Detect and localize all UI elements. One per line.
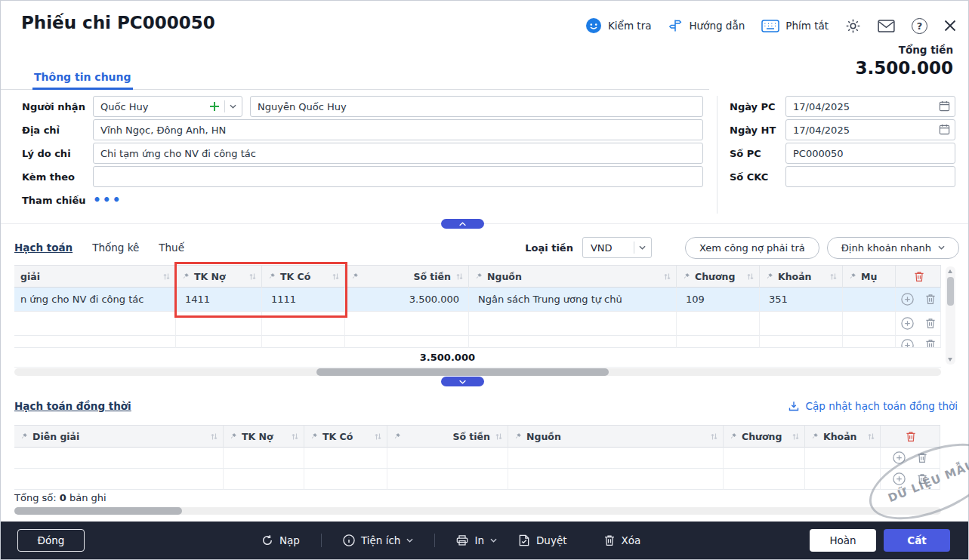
col-header-dien-giai[interactable]: Diễn giải <box>14 426 224 448</box>
pin-icon[interactable] <box>766 272 773 280</box>
cell-chuong[interactable] <box>677 312 760 336</box>
delete-row-icon[interactable] <box>925 294 936 305</box>
sort-icon[interactable] <box>710 432 718 441</box>
add-row-icon[interactable] <box>893 451 906 464</box>
cell-khoan[interactable] <box>805 448 881 469</box>
cell-tk-no[interactable] <box>176 312 262 336</box>
add-row-icon[interactable] <box>901 339 914 348</box>
tham-chieu-more-button[interactable]: ••• <box>93 196 122 204</box>
cell-nguon[interactable]: Ngân sách Trung ương tự chủ <box>469 288 677 312</box>
ly-do-chi-input[interactable] <box>93 143 703 164</box>
save-button[interactable]: Cất <box>884 529 950 552</box>
col-header-muc[interactable]: Mụ <box>843 266 896 288</box>
cell-chuong[interactable]: 109 <box>677 288 760 312</box>
delete-all-icon[interactable] <box>906 431 916 442</box>
col-header-delete[interactable] <box>896 266 941 288</box>
cell-muc[interactable] <box>843 312 896 336</box>
close-icon[interactable] <box>944 20 956 32</box>
add-row-icon[interactable] <box>901 293 914 306</box>
cell-khoan[interactable] <box>760 336 843 348</box>
col-header-chuong[interactable]: Chương <box>724 426 805 448</box>
nguoi-nhan-combobox[interactable]: Quốc Huy <box>93 96 242 117</box>
cell-tk-no[interactable]: 1411 <box>176 288 262 312</box>
sort-icon[interactable] <box>663 272 671 281</box>
pin-icon[interactable] <box>310 432 318 440</box>
add-row-icon[interactable] <box>901 317 914 330</box>
check-button[interactable]: Kiểm tra <box>585 17 651 34</box>
col-header-chuong[interactable]: Chương <box>677 266 760 288</box>
pin-icon[interactable] <box>393 432 401 440</box>
delete-button[interactable]: Xóa <box>603 534 641 546</box>
settings-gear-icon[interactable] <box>845 18 861 34</box>
pin-icon[interactable] <box>811 432 819 440</box>
sort-icon[interactable] <box>210 432 218 441</box>
currency-select[interactable]: VND <box>582 237 652 258</box>
col-header-dien-giai[interactable]: giải <box>14 266 176 288</box>
simultaneous-title-link[interactable]: Hạch toán đồng thời <box>14 400 131 412</box>
cell-tk-no[interactable] <box>176 336 262 348</box>
scroll-down-arrow[interactable] <box>948 358 952 362</box>
col-header-khoan[interactable]: Khoản <box>805 426 881 448</box>
table1-vertical-scrollbar[interactable] <box>946 266 955 365</box>
sort-icon[interactable] <box>792 432 800 441</box>
cell-nguon[interactable] <box>508 469 724 490</box>
nguoi-nhan-name-input[interactable] <box>250 96 703 117</box>
sort-icon[interactable] <box>495 432 503 441</box>
cell-chuong[interactable] <box>677 336 760 348</box>
pin-icon[interactable] <box>268 272 276 280</box>
cell-so-tien[interactable] <box>345 312 469 336</box>
cell-chuong[interactable] <box>724 448 805 469</box>
tab-thue[interactable]: Thuế <box>159 242 184 254</box>
print-button[interactable]: In <box>456 534 497 546</box>
scrollbar-thumb[interactable] <box>14 507 182 515</box>
kem-theo-input[interactable] <box>93 166 703 187</box>
postpone-button[interactable]: Hoàn <box>810 529 876 552</box>
cell-dien-giai[interactable] <box>14 469 224 490</box>
approve-button[interactable]: Duyệt <box>518 534 567 546</box>
pin-icon[interactable] <box>514 432 522 440</box>
cell-nguon[interactable] <box>469 336 677 348</box>
sort-icon[interactable] <box>374 432 382 441</box>
col-header-khoan[interactable]: Khoản <box>760 266 843 288</box>
delete-row-icon[interactable] <box>925 318 936 329</box>
tab-hach-toan[interactable]: Hạch toán <box>14 242 73 254</box>
pin-icon[interactable] <box>475 272 483 280</box>
sort-icon[interactable] <box>829 272 838 281</box>
sort-icon[interactable] <box>867 432 875 441</box>
shortcut-button[interactable]: Phím tắt <box>761 20 829 32</box>
scrollbar-thumb[interactable] <box>316 368 609 376</box>
col-header-tk-no[interactable]: TK Nợ <box>224 426 304 448</box>
cell-tk-co[interactable] <box>304 448 387 469</box>
pin-icon[interactable] <box>20 432 28 440</box>
collapse-form-button[interactable] <box>441 219 484 229</box>
sort-icon[interactable] <box>291 432 299 441</box>
cell-tk-co[interactable] <box>262 336 345 348</box>
sort-icon[interactable] <box>162 272 171 281</box>
cell-tk-no[interactable] <box>224 469 304 490</box>
table1-horizontal-scrollbar[interactable] <box>14 368 941 376</box>
tab-thong-ke[interactable]: Thống kê <box>92 242 139 254</box>
sort-icon[interactable] <box>455 272 464 281</box>
pin-icon[interactable] <box>849 272 856 280</box>
scroll-up-arrow[interactable] <box>948 269 952 273</box>
so-pc-input[interactable] <box>785 143 955 164</box>
mail-icon[interactable] <box>878 20 895 32</box>
update-simultaneous-link[interactable]: Cập nhật hạch toán đồng thời <box>788 400 958 412</box>
col-header-so-tien[interactable]: Số tiền <box>387 426 508 448</box>
close-button[interactable]: Đóng <box>17 529 85 552</box>
delete-row-icon[interactable] <box>917 473 927 485</box>
table2-horizontal-scrollbar[interactable] <box>14 507 941 515</box>
col-header-so-tien[interactable]: Số tiền <box>345 266 469 288</box>
col-header-delete[interactable] <box>881 426 940 448</box>
cell-tk-no[interactable] <box>224 448 304 469</box>
add-row-icon[interactable] <box>893 472 906 485</box>
ngay-ht-input[interactable] <box>785 119 955 140</box>
col-header-tk-no[interactable]: TK Nợ <box>176 266 262 288</box>
cell-khoan[interactable]: 351 <box>760 288 843 312</box>
so-ckc-input[interactable] <box>785 166 955 187</box>
cell-tk-co[interactable] <box>304 469 387 490</box>
cell-so-tien[interactable] <box>345 336 469 348</box>
col-header-tk-co[interactable]: TK Có <box>304 426 387 448</box>
cell-muc[interactable] <box>843 288 896 312</box>
pin-icon[interactable] <box>730 432 737 440</box>
